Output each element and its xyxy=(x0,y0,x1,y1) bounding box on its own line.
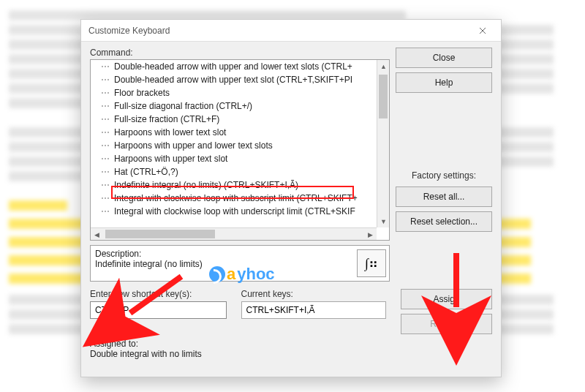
list-item-label: Double-headed arrow with upper text slot… xyxy=(114,75,352,85)
list-item-label: Double-headed arrow with upper and lower… xyxy=(114,61,352,72)
list-item-label: Integral with clockwise loop with unders… xyxy=(114,206,355,216)
description-value: Indefinite integral (no limits) xyxy=(95,259,203,269)
assigned-to-value: Double integral with no limits xyxy=(90,349,202,359)
tree-toggle-icon[interactable]: ⋯ xyxy=(95,88,114,98)
list-item[interactable]: ⋯Integral with clockwise loop with subsc… xyxy=(91,192,377,205)
tree-toggle-icon[interactable]: ⋯ xyxy=(95,127,114,137)
description-box: Description: Indefinite integral (no lim… xyxy=(90,245,390,282)
list-item[interactable]: ⋯Hat (CTRL+Ö,?) xyxy=(91,165,377,178)
scroll-left-icon[interactable]: ◀ xyxy=(91,228,103,241)
scroll-thumb-h[interactable] xyxy=(105,230,215,238)
list-item-label: Harpoons with upper and lower text slots xyxy=(114,140,273,151)
list-item-label: Indefinite integral (no limits) (CTRL+SK… xyxy=(114,180,298,190)
tree-toggle-icon[interactable]: ⋯ xyxy=(95,154,114,164)
command-label: Command: xyxy=(90,48,390,58)
tree-toggle-icon[interactable]: ⋯ xyxy=(95,101,114,111)
tree-toggle-icon[interactable]: ⋯ xyxy=(95,167,114,177)
scroll-thumb[interactable] xyxy=(379,75,388,118)
close-icon[interactable] xyxy=(469,22,497,39)
list-item[interactable]: ⋯Full-size fraction (CTRL+F) xyxy=(91,113,377,126)
integral-icon: ∫⠶ xyxy=(365,255,378,271)
list-item-label: Hat (CTRL+Ö,?) xyxy=(114,167,178,177)
assign-button[interactable]: Assign xyxy=(401,289,492,309)
scrollbar-horizontal[interactable]: ◀ ▶ xyxy=(91,227,377,240)
titlebar[interactable]: Customize Keyboard xyxy=(81,20,501,42)
list-item[interactable]: ⋯Integral with clockwise loop with under… xyxy=(91,205,377,218)
list-item-label: Full-size diagonal fraction (CTRL+/) xyxy=(114,101,252,111)
preview-button[interactable]: ∫⠶ xyxy=(357,249,386,277)
command-list[interactable]: ⋯Double-headed arrow with upper and lowe… xyxy=(90,59,390,241)
reset-all-button[interactable]: Reset all... xyxy=(396,186,492,207)
current-keys-box: CTRL+SKIFT+I,Ã xyxy=(241,301,386,319)
list-item[interactable]: ⋯Full-size diagonal fraction (CTRL+/) xyxy=(91,99,377,113)
tree-toggle-icon[interactable]: ⋯ xyxy=(95,193,114,203)
list-item[interactable]: ⋯Harpoons with lower text slot xyxy=(91,126,377,139)
tree-toggle-icon[interactable]: ⋯ xyxy=(95,180,114,190)
factory-settings-label: Factory settings: xyxy=(396,170,492,181)
list-item[interactable]: ⋯Double-headed arrow with upper and lowe… xyxy=(91,60,377,73)
enter-shortcut-label: Enter new shortcut key(s): xyxy=(90,289,227,299)
scroll-down-icon[interactable]: ▼ xyxy=(377,215,390,227)
enter-shortcut-input[interactable]: CTRL+P xyxy=(90,301,227,319)
current-keys-label: Current keys: xyxy=(241,289,386,299)
remove-button: Remove xyxy=(401,314,492,334)
list-item[interactable]: ⋯Indefinite integral (no limits) (CTRL+S… xyxy=(91,178,377,192)
list-item[interactable]: ⋯Harpoons with upper and lower text slot… xyxy=(91,139,377,152)
scroll-right-icon[interactable]: ▶ xyxy=(364,228,377,241)
tree-toggle-icon[interactable]: ⋯ xyxy=(95,140,114,151)
list-item-label: Integral with clockwise loop with subscr… xyxy=(114,193,358,203)
dialog-title: Customize Keyboard xyxy=(88,26,469,36)
customize-keyboard-dialog: Customize Keyboard Command: ⋯Double-head… xyxy=(80,19,502,377)
description-label: Description: xyxy=(95,249,203,259)
tree-toggle-icon[interactable]: ⋯ xyxy=(95,114,114,124)
list-item[interactable]: ⋯Floor brackets xyxy=(91,86,377,99)
list-item-label: Floor brackets xyxy=(114,88,170,98)
tree-toggle-icon[interactable]: ⋯ xyxy=(95,206,114,216)
help-button[interactable]: Help xyxy=(396,72,492,93)
reset-selection-button[interactable]: Reset selection... xyxy=(396,211,492,232)
close-button[interactable]: Close xyxy=(396,48,492,68)
list-item[interactable]: ⋯Harpoons with upper text slot xyxy=(91,152,377,165)
scroll-up-icon[interactable]: ▲ xyxy=(377,60,390,72)
list-item-label: Harpoons with lower text slot xyxy=(114,127,226,137)
list-item-label: Full-size fraction (CTRL+F) xyxy=(114,114,219,124)
scrollbar-vertical[interactable]: ▲ ▼ xyxy=(377,60,389,227)
list-item-label: Harpoons with upper text slot xyxy=(114,154,227,164)
list-item[interactable]: ⋯Double-headed arrow with upper text slo… xyxy=(91,73,377,86)
tree-toggle-icon[interactable]: ⋯ xyxy=(95,75,114,85)
assigned-to-label: Assigned to: xyxy=(90,339,138,349)
tree-toggle-icon[interactable]: ⋯ xyxy=(95,61,114,72)
